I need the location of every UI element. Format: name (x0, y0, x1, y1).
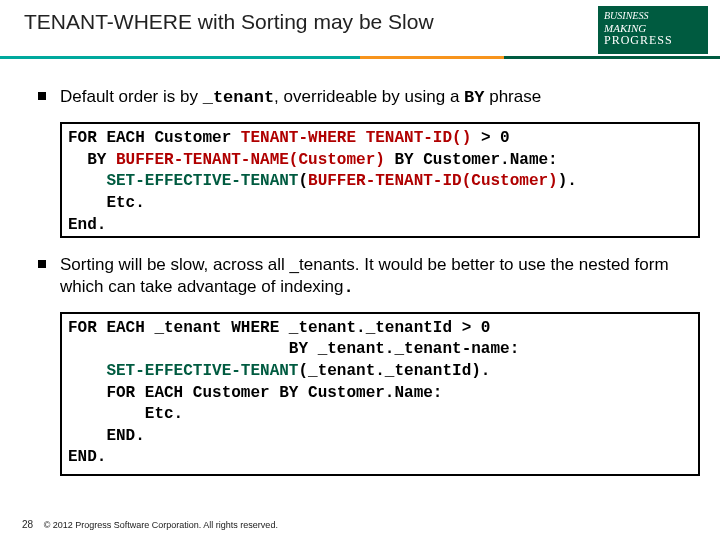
slide-header: TENANT-WHERE with Sorting may be Slow BU… (0, 0, 720, 62)
c1l1d: TENANT-ID() (366, 129, 472, 147)
c1l1e: > 0 (471, 129, 509, 147)
c1l3a (68, 172, 106, 190)
progress-logo: BUSINESS MAKING PROGRESS (598, 6, 708, 54)
bullet-1-mid: , overrideable by using a (274, 87, 464, 106)
c2l4: FOR EACH Customer BY Customer.Name: (68, 384, 442, 402)
c2l6: END. (68, 427, 145, 445)
c1l4: Etc. (68, 194, 145, 212)
bullet-2-text: Sorting will be slow, across all _tenant… (60, 254, 700, 298)
c1l1c (356, 129, 366, 147)
spacer (38, 242, 700, 254)
bullet-square-icon (38, 92, 46, 100)
bullet-1-post: phrase (484, 87, 541, 106)
slide-content: Default order is by _tenant, overrideabl… (38, 86, 700, 480)
c1l3b: SET-EFFECTIVE-TENANT (106, 172, 298, 190)
c2l3a (68, 362, 106, 380)
c1l3c: ( (298, 172, 308, 190)
c2l7: END. (68, 448, 106, 466)
c1l5: End. (68, 216, 106, 234)
slide-title: TENANT-WHERE with Sorting may be Slow (24, 10, 434, 34)
c2l2: BY _tenant._tenant-name: (68, 340, 519, 358)
c1l1b: TENANT-WHERE (241, 129, 356, 147)
bullet-1-mono2: BY (464, 88, 484, 107)
bullet-2-body: Sorting will be slow, across all _tenant… (60, 255, 669, 295)
c1l3e: ). (558, 172, 577, 190)
c1l2b: BUFFER-TENANT-NAME(Customer) (116, 151, 385, 169)
logo-line3: PROGRESS (604, 34, 702, 48)
c1l2c: BY Customer.Name: (385, 151, 558, 169)
bullet-1-mono1: _tenant (203, 88, 274, 107)
bullet-2: Sorting will be slow, across all _tenant… (38, 254, 700, 298)
code-block-2: FOR EACH _tenant WHERE _tenant._tenantId… (60, 312, 700, 476)
code-block-1: FOR EACH Customer TENANT-WHERE TENANT-ID… (60, 122, 700, 238)
bullet-1-text: Default order is by _tenant, overrideabl… (60, 86, 700, 108)
logo-line1: BUSINESS (604, 10, 702, 22)
bullet-square-icon (38, 260, 46, 268)
header-rule (0, 56, 720, 59)
c2l3c: (_tenant._tenantId). (298, 362, 490, 380)
bullet-1-pre: Default order is by (60, 87, 203, 106)
c1l3d: BUFFER-TENANT-ID(Customer) (308, 172, 558, 190)
bullet-2-dot: . (344, 278, 354, 297)
c2l3b: SET-EFFECTIVE-TENANT (106, 362, 298, 380)
c2l5: Etc. (68, 405, 183, 423)
slide-footer: 28 © 2012 Progress Software Corporation.… (22, 519, 278, 530)
c2l1: FOR EACH _tenant WHERE _tenant._tenantId… (68, 319, 490, 337)
copyright-text: © 2012 Progress Software Corporation. Al… (44, 520, 278, 530)
c1l1a: FOR EACH Customer (68, 129, 241, 147)
page-number: 28 (22, 519, 33, 530)
bullet-1: Default order is by _tenant, overrideabl… (38, 86, 700, 108)
c1l2a: BY (68, 151, 116, 169)
